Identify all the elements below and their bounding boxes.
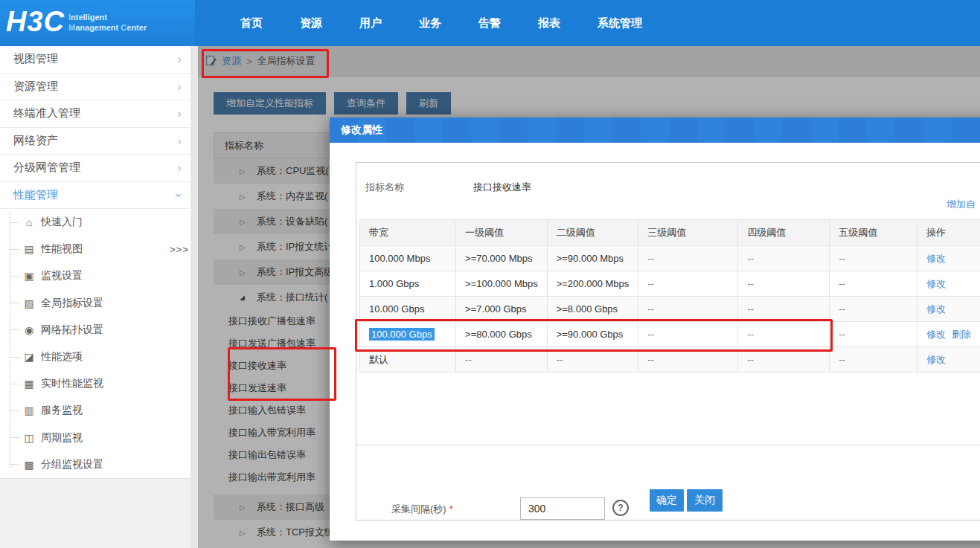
- table-header-cell: 二级阈值: [547, 220, 638, 246]
- table-cell: 100.000 Mbps: [360, 246, 456, 271]
- nav-user[interactable]: 用户: [359, 16, 382, 30]
- table-header-cell: 四级阈值: [738, 220, 830, 246]
- sidebar-item-network-assets-label: 网络资产: [13, 134, 177, 148]
- collection-interval-input[interactable]: [520, 497, 605, 520]
- performance-options-icon: ◪: [22, 351, 36, 363]
- tree-branch-line: [10, 384, 19, 384]
- chevron-right-icon: ›: [177, 53, 182, 65]
- modify-link[interactable]: 修改: [926, 354, 946, 365]
- metric-name-value: 接口接收速率: [473, 181, 531, 194]
- tree-branch-line: [10, 357, 19, 358]
- sidebar-item-network-topology-settings[interactable]: ◉网络拓扑设置: [0, 317, 190, 344]
- table-header-cell: 一级阈值: [456, 220, 548, 246]
- annotation-box-selected-row: [355, 319, 833, 352]
- tree-branch-line: [10, 329, 19, 330]
- sidebar-item-hierarchical-nms-label: 分级网管管理: [13, 161, 177, 175]
- table-cell: --: [830, 246, 917, 271]
- metric-name-row: 指标名称 接口接收速率: [365, 181, 404, 194]
- sidebar-item-quick-start[interactable]: ⌂快速入门: [0, 209, 190, 236]
- logo-tagline-line1: Intelligent: [68, 12, 147, 22]
- sidebar-item-endpoint-admission-label: 终端准入管理: [13, 106, 177, 120]
- sidebar-item-group-monitor-settings[interactable]: ▩分组监视设置: [0, 451, 190, 478]
- imc-application-window: H3C Intelligent Management Center 首页资源用户…: [0, 0, 980, 548]
- ok-button[interactable]: 确定: [650, 489, 684, 512]
- add-bandwidth-link[interactable]: 增加自: [947, 198, 976, 211]
- sidebar-scrollbar-strip[interactable]: [190, 46, 198, 548]
- modify-link[interactable]: 修改: [926, 278, 946, 289]
- sidebar-item-performance-view-label: 性能视图: [41, 242, 83, 256]
- dialog-titlebar[interactable]: 修改属性: [330, 117, 980, 143]
- section-divider: [356, 445, 980, 445]
- modify-link[interactable]: 修改: [926, 329, 946, 340]
- sidebar-item-resource-mgmt[interactable]: 资源管理›: [0, 74, 190, 101]
- nav-resource[interactable]: 资源: [300, 16, 322, 30]
- table-cell: 10.000 Gbps: [360, 297, 456, 322]
- h3c-logo: H3C: [6, 6, 65, 38]
- table-operation-cell: 修改: [917, 271, 980, 297]
- metric-name-label: 指标名称: [365, 181, 404, 193]
- table-cell: >=90.000 Mbps: [547, 246, 638, 271]
- sidebar-item-group-monitor-settings-label: 分组监视设置: [41, 458, 103, 471]
- table-cell: --: [830, 347, 917, 373]
- chevron-right-icon: ›: [177, 135, 182, 147]
- performance-view-icon: ▤: [22, 243, 36, 255]
- table-row: 100.000 Mbps>=70.000 Mbps>=90.000 Mbps--…: [360, 246, 980, 271]
- tree-branch-line: [10, 222, 19, 223]
- help-icon[interactable]: ?: [612, 500, 629, 516]
- modify-link[interactable]: 修改: [926, 303, 946, 315]
- sidebar-item-view-mgmt[interactable]: 视图管理›: [0, 46, 190, 74]
- table-cell: --: [638, 271, 738, 297]
- sidebar-item-resource-mgmt-label: 资源管理: [13, 80, 177, 94]
- sidebar-item-cycle-monitor-label: 周期监视: [41, 431, 83, 445]
- dialog-title: 修改属性: [330, 123, 382, 137]
- sidebar-item-cycle-monitor[interactable]: ◫周期监视: [0, 425, 190, 451]
- delete-link[interactable]: 删除: [952, 329, 971, 340]
- chevron-right-icon: ›: [177, 161, 182, 174]
- table-body: 100.000 Mbps>=70.000 Mbps>=90.000 Mbps--…: [360, 246, 980, 373]
- sidebar-item-realtime-performance-monitor[interactable]: ▦实时性能监视: [0, 370, 190, 397]
- chevron-down-icon: ›: [173, 193, 186, 197]
- nav-report[interactable]: 报表: [538, 16, 560, 30]
- chevron-right-icon: ›: [177, 107, 182, 120]
- global-metric-settings-icon: ▨: [22, 297, 36, 309]
- table-header-cell: 三级阈值: [638, 220, 738, 246]
- table-cell: --: [830, 322, 917, 347]
- table-cell: >=70.000 Mbps: [456, 246, 548, 271]
- table-cell: --: [830, 271, 917, 297]
- sidebar-item-endpoint-admission[interactable]: 终端准入管理›: [0, 100, 190, 128]
- sidebar-item-global-metric-settings-label: 全局指标设置: [41, 297, 103, 310]
- table-operation-cell: 修改: [917, 246, 980, 271]
- close-button[interactable]: 关闭: [687, 489, 723, 512]
- sidebar-item-performance-view[interactable]: ▤性能视图>>>: [0, 236, 190, 262]
- sidebar-item-network-topology-settings-label: 网络拓扑设置: [41, 323, 103, 337]
- sidebar-item-monitor-settings[interactable]: ▣监视设置: [0, 262, 190, 289]
- service-monitor-icon: ▥: [22, 404, 36, 416]
- tree-branch-line: [10, 410, 19, 411]
- realtime-monitor-icon: ▦: [22, 378, 36, 390]
- sidebar-item-hierarchical-nms[interactable]: 分级网管管理›: [0, 155, 190, 182]
- home-icon: ⌂: [22, 216, 36, 228]
- nav-home[interactable]: 首页: [240, 16, 263, 30]
- tree-branch-line: [10, 464, 19, 465]
- tree-branch-line: [10, 303, 19, 303]
- nav-service[interactable]: 业务: [419, 16, 441, 30]
- sidebar-item-performance-mgmt[interactable]: 性能管理›: [0, 182, 190, 210]
- nav-alarm[interactable]: 告警: [478, 16, 501, 30]
- sidebar-top-level-menu: 视图管理›资源管理›终端准入管理›网络资产›分级网管管理›性能管理›: [0, 46, 190, 209]
- table-cell: >=200.000 Mbps: [547, 271, 638, 297]
- table-header-row: 带宽一级阈值二级阈值三级阈值四级阈值五级阈值操作: [360, 220, 980, 246]
- sidebar-item-service-monitor-label: 服务监视: [41, 404, 83, 417]
- more-indicator[interactable]: >>>: [170, 244, 189, 255]
- tree-branch-line: [10, 249, 19, 250]
- sidebar-item-global-metric-settings[interactable]: ▨全局指标设置: [0, 290, 190, 317]
- sidebar-item-network-assets[interactable]: 网络资产›: [0, 128, 190, 155]
- nav-system[interactable]: 系统管理: [598, 16, 642, 30]
- table-cell: 1.000 Gbps: [360, 271, 456, 297]
- sidebar-item-service-monitor[interactable]: ▥服务监视: [0, 397, 190, 424]
- table-cell: --: [738, 297, 830, 322]
- table-cell: --: [738, 271, 830, 297]
- sidebar: 视图管理›资源管理›终端准入管理›网络资产›分级网管管理›性能管理› ⌂快速入门…: [0, 46, 190, 548]
- modify-link[interactable]: 修改: [926, 253, 946, 264]
- sidebar-item-performance-options[interactable]: ◪性能选项: [0, 344, 190, 370]
- table-operation-cell: 修改: [917, 347, 980, 373]
